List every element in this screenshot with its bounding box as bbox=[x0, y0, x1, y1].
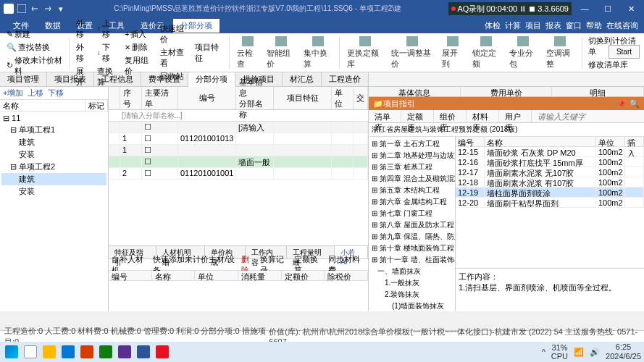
tree-down[interactable]: 下移 bbox=[48, 88, 64, 98]
rp-search-input[interactable] bbox=[532, 110, 644, 122]
rib-out2[interactable]: 外移 bbox=[74, 41, 92, 64]
rp-pin-icon[interactable]: 📌 bbox=[616, 99, 627, 109]
rec-stop-icon[interactable]: ⏹ bbox=[528, 4, 536, 13]
rib-check[interactable]: 查换算 bbox=[95, 65, 120, 88]
rt-report[interactable]: 报表 bbox=[545, 20, 561, 31]
sub-node[interactable]: 2.装饰抹灰 bbox=[370, 289, 453, 300]
rib-out1[interactable]: 外移 bbox=[74, 17, 92, 41]
rt-online[interactable]: 在线咨询 bbox=[606, 20, 638, 31]
tray-wifi-icon[interactable]: 📶 bbox=[574, 348, 584, 357]
rib-pro[interactable]: 专业分包 bbox=[506, 35, 540, 71]
rib-del[interactable]: ✕删除 bbox=[122, 41, 154, 54]
chapter-node[interactable]: ⊞ 第二章 地基处理与边坡支护工程 bbox=[370, 150, 453, 161]
tray-chevron-icon[interactable]: ^ bbox=[542, 348, 545, 356]
maximize-button[interactable]: ☐ bbox=[598, 0, 618, 17]
rib-smart[interactable]: 智能组价 bbox=[264, 35, 298, 71]
tree-node[interactable]: 安装 bbox=[1, 185, 106, 198]
rp-search-icon[interactable]: 🔍 bbox=[630, 99, 640, 109]
st-mat[interactable]: 材料库 bbox=[467, 110, 499, 122]
grid-row[interactable]: 2☐011201001001 bbox=[109, 168, 368, 180]
save-icon[interactable] bbox=[16, 3, 28, 14]
tree-up[interactable]: 上移 bbox=[28, 88, 43, 98]
clock[interactable]: 6:25 2024/6/25 bbox=[606, 342, 641, 361]
quota-row[interactable]: 12-18墙面刷素水泥浆 有107胶100m2 bbox=[456, 177, 644, 188]
chapter-node[interactable]: ⊞ 第四章 混合土及砌筑混凝土工程 bbox=[370, 173, 453, 185]
rt-help[interactable]: 帮助 bbox=[586, 20, 602, 31]
tab-cost[interactable]: 工程造价 bbox=[322, 72, 369, 86]
rib-change[interactable]: 更换定额库 bbox=[344, 35, 385, 71]
tree-node[interactable]: 建筑 bbox=[1, 136, 106, 148]
rib-expand[interactable]: 展开到 bbox=[439, 35, 466, 71]
chapter-node[interactable]: ⊞ 第十章 楼地面装饰工程 bbox=[370, 243, 453, 254]
chapter-node[interactable]: ⊞ 第五章 木结构工程 bbox=[370, 185, 453, 196]
rib-insert[interactable]: +插入 bbox=[122, 28, 154, 41]
tree-node[interactable]: ⊟ 单项工程1 bbox=[1, 124, 106, 136]
quota-row[interactable]: 12-16墙面砂浆打底找平 15mm厚 DP M15100m2 bbox=[456, 157, 644, 167]
rib-modlib[interactable]: 修改清单库 bbox=[586, 59, 640, 71]
st-user[interactable]: 用户库 bbox=[499, 110, 532, 122]
chapter-node[interactable]: ⊞ 第八章 屋面及防水工程 bbox=[370, 219, 453, 231]
grid-row[interactable]: 1☐ bbox=[109, 145, 368, 156]
tool-icon[interactable]: ▾ bbox=[55, 3, 67, 14]
chapter-node[interactable]: ⊞ 第十一章 墙、柱面装饰与隔断、幕墙工 bbox=[370, 254, 453, 266]
task-icon-2[interactable] bbox=[59, 343, 77, 361]
tree-add[interactable]: +增加 bbox=[3, 88, 23, 98]
st-quota[interactable]: 定额库 bbox=[401, 110, 434, 122]
rp-root[interactable]: 浙江省房屋建筑与装饰工程预算定额 (2018版) bbox=[369, 123, 644, 137]
tree-node[interactable]: ⊟ 11 bbox=[1, 113, 106, 124]
minimize-button[interactable]: — bbox=[574, 0, 595, 17]
rib-up[interactable]: ↑上移 bbox=[95, 17, 120, 41]
task-icon-3[interactable] bbox=[78, 343, 96, 361]
start-icon[interactable] bbox=[3, 343, 20, 361]
undo-icon[interactable] bbox=[29, 3, 41, 14]
rt-project[interactable]: 项目 bbox=[525, 20, 541, 31]
rib-air[interactable]: 空调调整 bbox=[543, 35, 577, 71]
task-icon-6[interactable] bbox=[135, 343, 152, 361]
start-button[interactable]: Start bbox=[609, 45, 640, 59]
rib-reuse[interactable]: 复用组价 bbox=[122, 54, 154, 77]
rib-main[interactable]: 主材查看 bbox=[158, 46, 190, 70]
rib-adjust[interactable]: 统一调整基价 bbox=[388, 35, 436, 71]
rib-trash[interactable]: 回收站 bbox=[158, 70, 190, 83]
tab-material[interactable]: 材汇总 bbox=[283, 72, 322, 86]
st-list[interactable]: 清单库 bbox=[369, 110, 401, 122]
tree-node[interactable]: ⊟ 单项工程2 bbox=[1, 161, 106, 173]
sub-node[interactable]: (1)墙面装饰抹灰 bbox=[370, 300, 453, 311]
quota-row[interactable]: 12-15墙面砂浆 石灰浆 DP M20100m2 bbox=[456, 147, 644, 157]
rib-find[interactable]: 🔍查找替换 bbox=[4, 41, 64, 54]
grid-row[interactable]: ☐墙面一般抹灰 bbox=[109, 156, 368, 168]
task-icon-4[interactable] bbox=[97, 343, 114, 361]
grid-row[interactable]: ☐[清输入分部名称:电子评标勿删] bbox=[109, 122, 368, 133]
rib-lock[interactable]: 锁定定额 bbox=[469, 35, 503, 71]
task-icon-5[interactable] bbox=[116, 343, 133, 361]
close-button[interactable]: ✕ bbox=[621, 0, 641, 17]
redo-icon[interactable] bbox=[42, 3, 54, 14]
tree-node[interactable]: 安装 bbox=[1, 148, 106, 161]
rib-fast[interactable]: 快速组价 bbox=[158, 22, 190, 46]
search-task-icon[interactable] bbox=[22, 343, 39, 361]
tab-section[interactable]: 分部分项 bbox=[188, 72, 235, 87]
quota-row[interactable]: 12-19墙柱面界面剂喷涂100m2 bbox=[456, 188, 644, 198]
tree-node[interactable]: 建筑 bbox=[1, 173, 106, 185]
rib-feature[interactable]: 项目特征 bbox=[193, 41, 225, 64]
tray-sound-icon[interactable]: 🔊 bbox=[590, 348, 600, 357]
quota-row[interactable]: 12-20墙面刷干粘型界面剂100m2 bbox=[456, 198, 644, 208]
quota-row[interactable]: 12-17墙面刷素水泥浆 无107胶100m2 bbox=[456, 167, 644, 177]
rib-cloud[interactable]: 云检查 bbox=[234, 35, 261, 71]
rib-expand1[interactable]: 展开 bbox=[74, 65, 92, 88]
sub-node[interactable]: 一、墙面抹灰 bbox=[370, 266, 453, 277]
rib-concentrate[interactable]: 集中换算 bbox=[301, 35, 335, 71]
grid-row[interactable]: 1☐011201001013 bbox=[109, 133, 368, 145]
sub-node[interactable]: 1.一般抹灰 bbox=[370, 277, 453, 289]
rib-new[interactable]: ✎新建 bbox=[4, 28, 64, 41]
rt-check[interactable]: 体检 bbox=[485, 20, 501, 31]
st-group[interactable]: 组价库 bbox=[434, 110, 467, 122]
chapter-node[interactable]: ⊞ 第一章 土石方工程 bbox=[370, 138, 453, 150]
task-icon-7[interactable] bbox=[154, 343, 171, 361]
chapter-node[interactable]: ⊞ 第三章 桩基工程 bbox=[370, 161, 453, 173]
chapter-node[interactable]: ⊞ 第七章 门窗工程 bbox=[370, 208, 453, 219]
rib-modify[interactable]: ↻修改未计价材料 bbox=[4, 54, 64, 77]
task-icon-1[interactable] bbox=[41, 343, 58, 361]
chapter-node[interactable]: ⊞ 第六章 金属结构工程 bbox=[370, 196, 453, 208]
rec-pause-icon[interactable]: ⏸ bbox=[519, 4, 527, 13]
